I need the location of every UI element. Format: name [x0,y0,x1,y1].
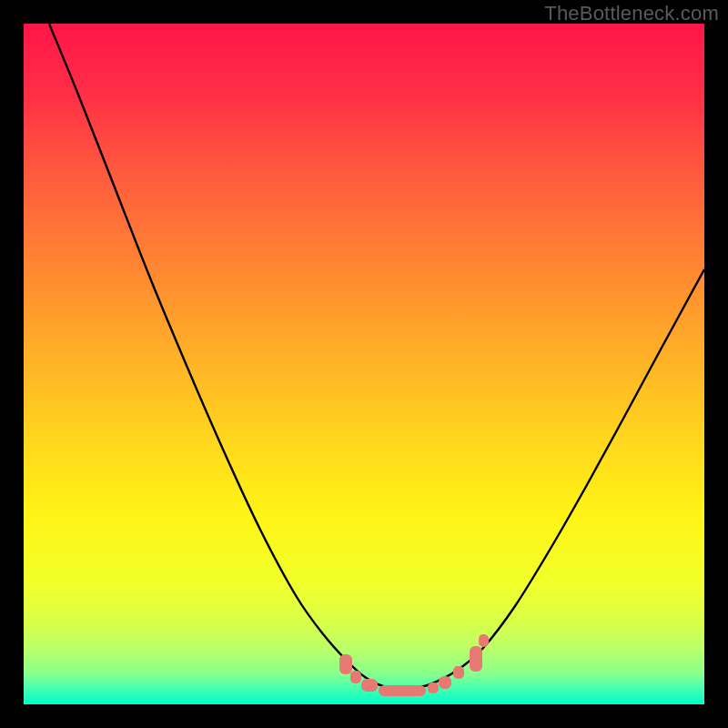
marker-point [428,682,439,693]
marker-point [439,676,451,689]
marker-point [479,634,489,647]
outer-frame: TheBottleneck.com [0,0,728,728]
gradient-background [24,24,704,704]
plot-area [24,24,704,704]
watermark-text: TheBottleneck.com [544,2,719,25]
marker-point [379,685,426,696]
marker-point [453,666,464,679]
marker-point [350,671,361,683]
marker-point [470,646,482,672]
chart-svg [24,24,704,704]
marker-point [361,679,378,692]
marker-point [339,654,352,674]
